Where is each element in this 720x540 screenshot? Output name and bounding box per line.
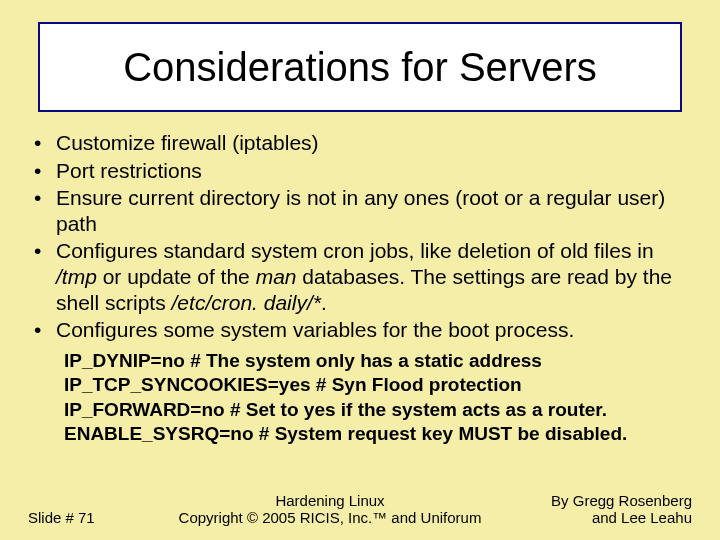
bullet-item: Configures standard system cron jobs, li… [28, 238, 692, 315]
bullet-item: Ensure current directory is not in any o… [28, 185, 692, 236]
bullet-text-italic: /etc/cron. daily/* [172, 291, 321, 314]
bullet-item: Port restrictions [28, 158, 692, 184]
bullet-list: Customize firewall (iptables) Port restr… [28, 130, 692, 343]
slide-number: Slide # 71 [28, 509, 95, 526]
bullet-text: Ensure current directory is not in any o… [56, 186, 665, 235]
bullet-item: Configures some system variables for the… [28, 317, 692, 343]
footer-title: Hardening Linux [148, 492, 512, 509]
footer-center: Hardening Linux Copyright © 2005 RICIS, … [148, 492, 512, 526]
bullet-text-part: or update of the [97, 265, 256, 288]
bullet-text-part: . [321, 291, 327, 314]
footer-left: Slide # 71 [28, 509, 148, 526]
footer-right: By Gregg Rosenberg and Lee Leahu [512, 492, 692, 526]
bullet-item: Customize firewall (iptables) [28, 130, 692, 156]
sysvar-line: IP_TCP_SYNCOOKIES=yes # Syn Flood protec… [64, 373, 692, 397]
bullet-text: Customize firewall (iptables) [56, 131, 319, 154]
footer: Slide # 71 Hardening Linux Copyright © 2… [28, 486, 692, 526]
bullet-text-italic: man [256, 265, 297, 288]
sysvars-block: IP_DYNIP=no # The system only has a stat… [64, 349, 692, 446]
footer-author: and Lee Leahu [512, 509, 692, 526]
bullet-text-part: Configures standard system cron jobs, li… [56, 239, 654, 262]
title-box: Considerations for Servers [38, 22, 682, 112]
sysvar-line: IP_FORWARD=no # Set to yes if the system… [64, 398, 692, 422]
sysvar-line: ENABLE_SYSRQ=no # System request key MUS… [64, 422, 692, 446]
slide-body: Customize firewall (iptables) Port restr… [28, 130, 692, 446]
footer-copyright: Copyright © 2005 RICIS, Inc.™ and Unifor… [148, 509, 512, 526]
sysvar-line: IP_DYNIP=no # The system only has a stat… [64, 349, 692, 373]
footer-author: By Gregg Rosenberg [512, 492, 692, 509]
bullet-text-italic: /tmp [56, 265, 97, 288]
slide-title: Considerations for Servers [123, 45, 597, 90]
bullet-text: Port restrictions [56, 159, 202, 182]
bullet-text: Configures some system variables for the… [56, 318, 574, 341]
